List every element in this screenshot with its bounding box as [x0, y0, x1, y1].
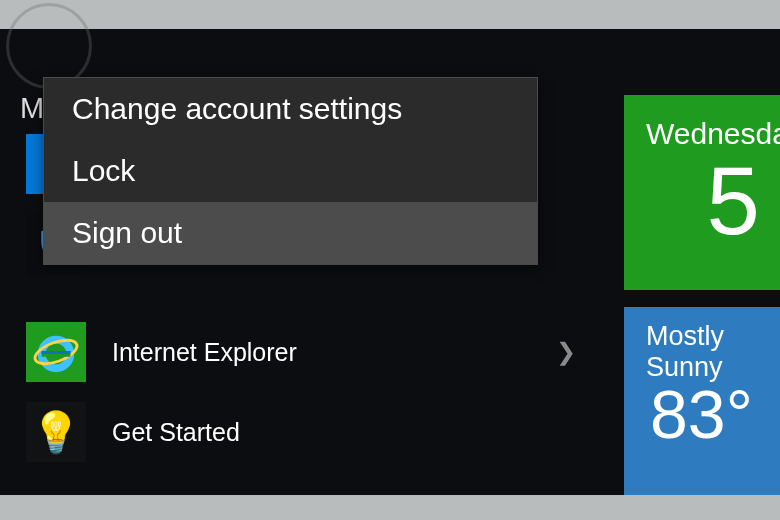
weather-condition: Mostly Sunny [646, 321, 780, 383]
menu-item-lock[interactable]: Lock [44, 140, 537, 202]
weather-tile[interactable]: Mostly Sunny 83° [624, 307, 780, 517]
app-item-internet-explorer[interactable]: Internet Explorer ❯ [26, 317, 586, 387]
calendar-tile[interactable]: Wednesday 5 [624, 95, 780, 290]
menu-item-label: Sign out [72, 216, 182, 250]
calendar-date: 5 [707, 153, 760, 249]
weather-temperature: 83° [650, 375, 753, 453]
app-label: Internet Explorer [112, 338, 556, 367]
chevron-right-icon: ❯ [556, 338, 576, 366]
start-menu-panel: M Microsoft Edge Windows Defender [0, 29, 780, 495]
account-context-menu: Change account settings Lock Sign out [43, 77, 538, 265]
calendar-day: Wednesday [646, 117, 780, 151]
app-item-get-started[interactable]: 💡 Get Started [26, 397, 586, 467]
menu-item-label: Lock [72, 154, 135, 188]
menu-item-sign-out[interactable]: Sign out [44, 202, 537, 264]
app-label: Get Started [112, 418, 586, 447]
menu-item-label: Change account settings [72, 92, 402, 126]
menu-item-change-account-settings[interactable]: Change account settings [44, 78, 537, 140]
lightbulb-icon: 💡 [26, 402, 86, 462]
svg-rect-3 [42, 351, 71, 354]
alpha-section-header[interactable]: M [20, 92, 44, 125]
letterbox-bottom [0, 495, 780, 520]
letterbox-top [0, 0, 780, 29]
ie-icon [26, 322, 86, 382]
